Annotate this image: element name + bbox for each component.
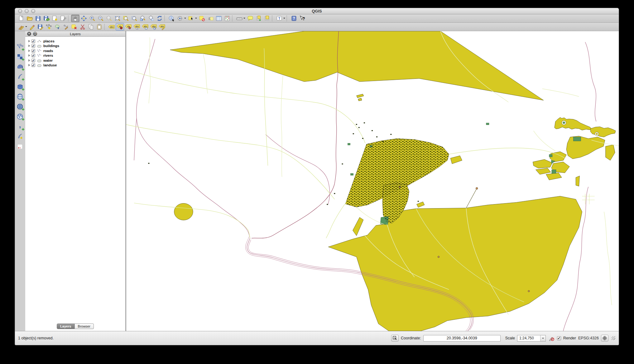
new-shapefile-layer-button[interactable] [16,133,24,141]
panel-float-icon[interactable]: ❐ [33,32,37,36]
move-feature-button[interactable] [53,23,61,31]
layer-checkbox[interactable]: ✓ [31,39,35,43]
select-features-dropdown[interactable] [195,15,198,22]
zoom-full-button[interactable] [113,15,122,22]
toggle-editing-button[interactable] [28,23,36,31]
label-unpin-button[interactable]: ab [124,23,132,31]
mouse-position-icon[interactable] [391,335,399,342]
add-raster-layer-button[interactable] [16,53,24,61]
crs-status-icon[interactable] [601,335,608,342]
expand-arrow-icon[interactable] [28,54,30,57]
panel-close-icon[interactable]: × [27,32,31,36]
expand-arrow-icon[interactable] [28,50,30,52]
add-wcs-layer-button[interactable] [16,103,24,111]
field-calculator-button[interactable] [223,15,231,22]
map-tips-button[interactable] [246,15,254,22]
zoom-to-layer-button[interactable] [130,15,138,22]
new-project-button[interactable] [17,15,25,22]
deselect-features-button[interactable] [198,15,206,22]
render-checkbox[interactable]: ✓ [557,336,561,340]
copy-label-button[interactable]: abc [141,23,149,31]
layer-checkbox[interactable]: ✓ [31,59,35,62]
run-feature-action-button[interactable] [176,15,184,22]
expand-arrow-icon[interactable] [28,64,30,66]
zoom-last-button[interactable] [138,15,147,22]
layer-labeling-options-button[interactable]: abc [107,23,116,31]
layer-checkbox[interactable]: ✓ [31,49,35,53]
add-vector-layer-button[interactable] [16,43,24,51]
layers-panel-header[interactable]: × ❐ Layers [25,31,125,37]
expand-arrow-icon[interactable] [28,45,30,47]
save-project-button[interactable] [34,15,42,22]
layer-row-rivers[interactable]: ✓ rivers [28,53,125,58]
annotation-dropdown[interactable] [283,15,286,22]
layer-row-roads[interactable]: ✓ roads [28,48,125,53]
layer-row-places[interactable]: ✓ places [28,39,125,44]
scale-dropdown-icon[interactable] [540,335,545,341]
layer-row-buildings[interactable]: ✓ buildings [28,44,125,49]
show-hide-labels-button[interactable]: abc [132,23,141,31]
add-wms-layer-button[interactable] [16,93,24,101]
zoom-window-button[interactable] [31,9,35,13]
paste-features-button[interactable] [95,23,103,31]
new-bookmark-button[interactable] [254,15,263,22]
composer-manager-button[interactable] [59,15,67,22]
measure-line-button[interactable] [235,15,243,22]
resize-grip[interactable] [611,336,616,340]
layer-checkbox[interactable]: ✓ [31,63,35,67]
open-project-button[interactable] [25,15,34,22]
stop-rendering-icon[interactable] [548,335,555,342]
add-mssql-layer-button[interactable] [16,83,24,91]
tab-browser[interactable]: Browser [75,323,94,329]
add-feature-button[interactable] [45,23,53,31]
identify-features-button[interactable]: i [167,15,176,22]
layer-row-landuse[interactable]: ✓ landuse [28,63,125,68]
whats-this-button[interactable]: ? [298,15,306,22]
refresh-map-button[interactable] [155,15,164,22]
save-layer-edits-button[interactable] [36,23,45,31]
rotate-label-button[interactable]: abc [149,23,158,31]
add-spatialite-layer-button[interactable] [16,73,24,81]
select-features-button[interactable] [187,15,195,22]
expand-arrow-icon[interactable] [28,59,30,62]
cut-features-button[interactable] [78,23,87,31]
node-tool-button[interactable] [61,23,70,31]
pan-map-button[interactable] [71,15,79,22]
current-edits-button[interactable] [17,23,25,31]
expand-arrow-icon[interactable] [28,40,30,42]
new-print-composer-button[interactable] [50,15,59,22]
delete-selected-button[interactable] [70,23,78,31]
save-project-as-button[interactable] [42,15,50,22]
minimize-window-button[interactable] [25,9,29,13]
copy-features-button[interactable] [87,23,95,31]
zoom-native-button[interactable]: 1:1 [105,15,113,22]
run-feature-action-dropdown[interactable] [184,15,187,22]
layer-row-water[interactable]: ✓ water [28,58,125,63]
zoom-in-button[interactable] [88,15,96,22]
layer-checkbox[interactable]: ✓ [31,44,35,48]
change-label-button[interactable]: abc [158,23,166,31]
current-edits-dropdown[interactable] [25,23,28,31]
text-annotation-button[interactable]: T [275,15,283,22]
measure-dropdown[interactable] [243,15,246,22]
add-postgis-layer-button[interactable] [16,63,24,71]
select-by-expression-button[interactable]: ε [206,15,214,22]
map-canvas[interactable] [126,31,619,331]
help-contents-button[interactable]: ? [290,15,298,22]
zoom-next-button[interactable] [147,15,155,22]
add-delimited-text-layer-button[interactable]: , [16,123,24,131]
pan-to-selection-button[interactable] [79,15,88,22]
title-bar[interactable]: QGIS [15,8,619,14]
open-attribute-table-button[interactable] [214,15,223,22]
show-bookmarks-button[interactable] [263,15,271,22]
new-spatialite-layer-button[interactable] [16,143,24,151]
add-wfs-layer-button[interactable] [16,113,24,121]
scale-combo[interactable]: 1:24,750 [517,335,546,342]
zoom-out-button[interactable] [96,15,105,22]
layer-checkbox[interactable]: ✓ [31,54,35,57]
zoom-to-selection-button[interactable] [122,15,130,22]
close-window-button[interactable] [18,9,22,13]
tab-layers[interactable]: Layers [57,323,74,329]
label-pin-button[interactable]: ab [116,23,124,31]
coordinate-input[interactable] [423,335,501,342]
